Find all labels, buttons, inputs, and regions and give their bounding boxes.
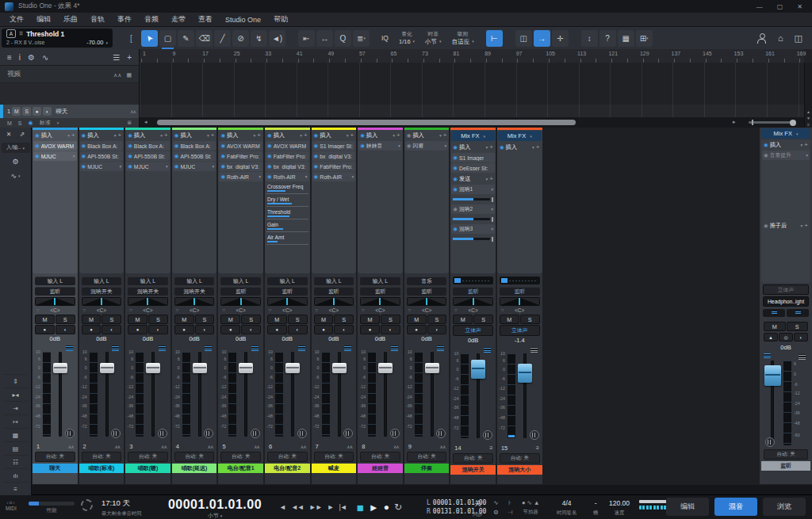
automation-mode[interactable]: 自动: 关 (314, 452, 354, 462)
input-select[interactable]: 输入 L (174, 277, 215, 285)
macro-value[interactable]: -70.00 (86, 39, 103, 46)
cue-output-select[interactable]: 监听 (360, 287, 400, 296)
fader-handle[interactable] (332, 363, 347, 373)
track-solo-button[interactable]: S (22, 107, 31, 116)
transport-tempo-tap[interactable]: ∿⚙ (493, 499, 499, 516)
menu-item-6[interactable]: 走带 (165, 14, 192, 25)
channel-options-badge[interactable] (798, 353, 806, 361)
power-icon[interactable]: ◉ (267, 163, 272, 170)
pan-control[interactable] (174, 297, 215, 306)
split-tool[interactable]: ✎ (178, 30, 194, 47)
bank-list-icon[interactable]: ≡ (4, 482, 28, 495)
preset-select[interactable]: 标准 (40, 119, 51, 127)
send-slot[interactable]: ◉混响3▾ (451, 224, 495, 234)
channel-name[interactable]: 聊天 (33, 464, 78, 473)
expand-triangle-icon[interactable]: ▽ (129, 308, 132, 312)
power-icon[interactable]: ◉ (82, 163, 86, 170)
channel-name[interactable]: 唱歌(标准) (79, 464, 124, 473)
snap-toggle-button[interactable]: ⊢ (486, 30, 503, 47)
channel-editor-icon[interactable]: ⚙ (8, 156, 24, 167)
channel-options-badge[interactable] (343, 345, 352, 352)
power-icon[interactable]: ◉ (82, 143, 86, 149)
expand-triangle-icon[interactable]: ▽ (222, 308, 224, 312)
channel-name[interactable]: 伴奏 (404, 464, 450, 473)
param-slider[interactable] (267, 203, 292, 204)
solo-button[interactable]: S (195, 315, 215, 324)
iq-label[interactable]: IQ (381, 34, 389, 42)
automation-mode[interactable]: 自动: 关 (360, 452, 400, 462)
mixer-channel-4[interactable]: ◉插入▾+◉Black Box A:◉API-550B St:◉MJUC▾输入 … (172, 128, 217, 484)
inserts-header[interactable]: ◉插入▾+ (405, 130, 449, 140)
power-icon[interactable]: ◉ (174, 132, 179, 139)
add-icon[interactable]: + (257, 132, 261, 139)
chevron-down-icon[interactable]: ▾ (57, 120, 59, 125)
record-arm-button[interactable]: ● (314, 325, 334, 334)
mini-scope-knob[interactable] (343, 429, 353, 438)
channel-options-badge[interactable] (530, 346, 538, 353)
pan-control[interactable] (220, 297, 261, 306)
chevron-down-icon[interactable]: ▾ (114, 133, 117, 138)
mini-scope-knob[interactable] (483, 430, 492, 440)
add-icon[interactable]: + (164, 132, 168, 139)
close-icon[interactable]: ✕ (6, 131, 12, 138)
fader-handle[interactable] (193, 363, 207, 373)
hardware-output-select[interactable]: Headphon..ight (763, 296, 809, 307)
record-arm-button[interactable]: ● (360, 325, 380, 334)
expand-triangle-icon[interactable]: ▽ (316, 308, 318, 312)
macro-param[interactable]: Crossover Freq (266, 184, 308, 194)
volume-value[interactable]: 0dB (407, 335, 447, 343)
menu-item-7[interactable]: 查看 (192, 14, 219, 25)
automation-mode[interactable]: 自动: 关 (35, 452, 75, 462)
mini-scope-knob[interactable] (158, 429, 167, 438)
chevron-down-icon[interactable]: ▾ (439, 133, 442, 138)
insert-slot[interactable]: ◉API-550B St: (126, 151, 170, 161)
insert-slot[interactable]: ◉API-550B St: (173, 151, 216, 161)
time-value[interactable]: 00001.01.01.00 (155, 498, 274, 512)
pan-control[interactable] (500, 297, 540, 306)
expand-triangle-icon[interactable]: ▽ (36, 308, 39, 312)
dim-icon[interactable]: ◐ (794, 333, 808, 342)
power-icon[interactable]: ◉ (128, 153, 132, 159)
power-icon[interactable]: ◉ (128, 132, 132, 139)
insert-slot[interactable]: ◉FabFilter Pro: (312, 162, 356, 171)
insert-slot[interactable]: ◉FabFilter Pro: (219, 151, 262, 161)
inserts-header[interactable]: ◉插入▾+ (312, 130, 356, 140)
return-to-start-button[interactable]: |◄ (339, 503, 347, 511)
quantize-panel-button[interactable]: ≣▾ (353, 30, 370, 47)
pan-value[interactable]: ▽<C> (174, 307, 215, 314)
snap-select[interactable]: 吸附 自适应▾ (452, 31, 474, 45)
add-icon[interactable]: + (804, 141, 808, 148)
record-arm-button[interactable]: ● (35, 325, 55, 334)
volume-value[interactable]: 0dB (220, 335, 261, 343)
channel-options-badge[interactable] (390, 345, 399, 352)
chevron-down-icon[interactable]: ▾ (300, 133, 302, 138)
add-icon[interactable]: + (350, 132, 354, 139)
mini-scope-knob[interactable] (765, 437, 775, 447)
pan-value[interactable]: ▽<C> (82, 307, 122, 314)
nudge-bar-icon[interactable]: ⇤ (298, 30, 315, 47)
chevron-down-icon[interactable]: ▾ (801, 223, 803, 228)
pan-value[interactable]: ▽<C> (453, 307, 493, 314)
pads-panel-icon[interactable]: ☷ (4, 455, 28, 468)
mute-button[interactable]: M (7, 120, 12, 126)
power-icon[interactable]: ◉ (314, 163, 319, 170)
insert-slot[interactable]: ◉Roth-AIR▾ (219, 172, 262, 181)
scroll-menu-icon[interactable]: ≡ (807, 122, 810, 127)
insert-slot[interactable]: ◉Black Box A: (173, 141, 216, 151)
solo-button[interactable]: S (520, 315, 540, 324)
inserts-header[interactable]: ◉插入▾+ (80, 130, 124, 140)
pan-value[interactable]: ▽<C> (267, 307, 308, 314)
automation-mode[interactable]: 自动: 关 (453, 453, 493, 464)
transport-metronome[interactable]: ● ∿ ▲节拍器 (522, 499, 539, 516)
insert-slot[interactable]: ◉DeEsser St: (451, 163, 495, 173)
bend-tool[interactable]: ↯ (251, 30, 267, 47)
record-button[interactable]: ● (384, 502, 389, 513)
collapse-channels-icon[interactable]: ⇕ (4, 374, 28, 387)
macro-param[interactable]: Dry / Wet (266, 197, 308, 207)
quantize-button[interactable]: Q (335, 30, 351, 47)
power-icon[interactable]: ◉ (360, 143, 365, 149)
sends-header[interactable]: ◉发送▾+ (451, 174, 495, 184)
volume-value[interactable]: 0dB (174, 335, 215, 343)
input-select[interactable]: 输入 L (314, 277, 354, 285)
send-slot[interactable]: ◉混响2▾ (451, 204, 495, 214)
